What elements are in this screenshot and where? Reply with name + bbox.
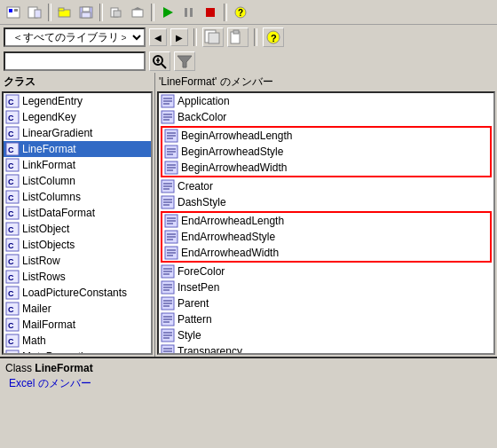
member-group-red2: EndArrowheadLength EndArrowheadStyle End… bbox=[161, 211, 492, 263]
members-panel: 'LineFormat' のメンバー Application BackColor… bbox=[155, 73, 497, 357]
status-member-line: Excel のメンバー bbox=[5, 376, 492, 391]
nav-forward-btn[interactable]: ▶ bbox=[170, 28, 188, 46]
svg-rect-92 bbox=[163, 183, 172, 185]
class-item[interactable]: C ListObjects bbox=[4, 237, 151, 253]
svg-rect-120 bbox=[163, 300, 172, 302]
toolbar-btn-pause[interactable] bbox=[179, 3, 199, 22]
member-item-label: BackColor bbox=[178, 111, 226, 123]
svg-rect-106 bbox=[167, 239, 173, 240]
class-item-label: ListObject bbox=[22, 223, 69, 235]
member-item[interactable]: Creator bbox=[159, 178, 493, 194]
copy-lib-btn[interactable] bbox=[202, 28, 224, 47]
nav-back-btn[interactable]: ◀ bbox=[149, 28, 167, 46]
filter-btn[interactable] bbox=[174, 51, 195, 71]
class-item[interactable]: C LineFormat bbox=[4, 141, 151, 157]
class-item[interactable]: C LinearGradient bbox=[4, 125, 151, 141]
class-item[interactable]: C ListColumns bbox=[4, 189, 151, 205]
members-list[interactable]: Application BackColor BeginArrowheadLeng… bbox=[157, 91, 495, 355]
class-item-icon: C bbox=[5, 238, 20, 252]
class-item[interactable]: C LoadPictureConstants bbox=[4, 285, 151, 301]
member-item[interactable]: BeginArrowheadStyle bbox=[162, 144, 490, 160]
class-item[interactable]: C ListRow bbox=[4, 253, 151, 269]
svg-rect-78 bbox=[163, 119, 170, 121]
svg-rect-88 bbox=[167, 164, 176, 166]
class-item-icon: C bbox=[5, 158, 20, 172]
toolbar-btn-5[interactable] bbox=[106, 3, 126, 22]
svg-text:C: C bbox=[8, 257, 14, 266]
class-item[interactable]: C LinkFormat bbox=[4, 157, 151, 173]
member-item-label: InsetPen bbox=[178, 281, 219, 294]
member-item[interactable]: DashStyle bbox=[159, 194, 493, 210]
svg-marker-13 bbox=[132, 7, 143, 10]
member-item[interactable]: InsetPen bbox=[159, 279, 493, 295]
member-item[interactable]: EndArrowheadStyle bbox=[162, 229, 490, 245]
svg-text:C: C bbox=[8, 161, 14, 170]
member-item-label: Transparency bbox=[178, 345, 242, 355]
library-select[interactable]: ＜すべてのライブラリ＞ bbox=[4, 28, 146, 47]
sep-4 bbox=[224, 4, 227, 21]
svg-rect-82 bbox=[167, 138, 173, 139]
class-item[interactable]: C LegendKey bbox=[4, 109, 151, 125]
member-item[interactable]: BeginArrowheadLength bbox=[162, 128, 490, 144]
member-item[interactable]: BackColor bbox=[159, 109, 493, 125]
svg-text:C: C bbox=[8, 209, 14, 218]
sep-1 bbox=[48, 4, 51, 21]
toolbar-btn-2[interactable] bbox=[25, 3, 44, 22]
toolbar-btn-run[interactable] bbox=[158, 3, 178, 22]
svg-rect-113 bbox=[163, 271, 172, 272]
members-panel-header: 'LineFormat' のメンバー bbox=[155, 73, 497, 91]
member-item[interactable]: Application bbox=[159, 93, 493, 109]
class-item[interactable]: C Math bbox=[4, 333, 151, 349]
paste-lib-btn[interactable] bbox=[227, 28, 248, 47]
toolbar-btn-open[interactable] bbox=[55, 3, 75, 22]
status-class-line: Class LineFormat bbox=[5, 362, 492, 374]
help-lib-btn[interactable]: ? bbox=[263, 28, 284, 47]
search-row bbox=[0, 50, 497, 73]
member-item-icon bbox=[161, 179, 175, 193]
member-item[interactable]: Pattern bbox=[159, 311, 493, 327]
class-item-icon: C bbox=[5, 270, 20, 284]
member-item[interactable]: EndArrowheadWidth bbox=[162, 245, 490, 261]
svg-rect-97 bbox=[163, 201, 172, 203]
toolbar-btn-stop[interactable] bbox=[201, 3, 220, 22]
svg-rect-108 bbox=[167, 249, 176, 251]
member-item[interactable]: ForeColor bbox=[159, 263, 493, 279]
class-item-label: Mailer bbox=[22, 303, 51, 315]
member-item[interactable]: BeginArrowheadWidth bbox=[162, 160, 490, 176]
svg-rect-12 bbox=[132, 10, 143, 17]
svg-rect-101 bbox=[167, 220, 176, 222]
svg-text:C: C bbox=[8, 114, 14, 122]
class-item[interactable]: C ListObject bbox=[4, 221, 151, 237]
member-item[interactable]: EndArrowheadLength bbox=[162, 213, 490, 229]
member-item-icon bbox=[164, 129, 178, 143]
sep-lib2 bbox=[254, 28, 257, 46]
class-item[interactable]: C ListColumn bbox=[4, 173, 151, 189]
member-item[interactable]: Style bbox=[159, 327, 493, 343]
svg-text:C: C bbox=[8, 225, 14, 234]
class-item-label: Math bbox=[22, 334, 46, 347]
class-item[interactable]: C ListRows bbox=[4, 269, 151, 285]
member-item[interactable]: Parent bbox=[159, 295, 493, 311]
class-item[interactable]: C ListDataFormat bbox=[4, 205, 151, 221]
class-item[interactable]: C MailFormat bbox=[4, 317, 151, 333]
toolbar-btn-1[interactable] bbox=[4, 3, 23, 22]
member-item[interactable]: Transparency bbox=[159, 343, 493, 355]
class-item[interactable]: C LegendEntry bbox=[4, 93, 151, 109]
svg-rect-105 bbox=[167, 236, 176, 238]
class-item[interactable]: C MetaProperties bbox=[4, 349, 151, 355]
toolbar-btn-6[interactable] bbox=[128, 3, 147, 22]
svg-text:C: C bbox=[8, 241, 14, 250]
class-item-label: LegendEntry bbox=[22, 95, 83, 107]
search-btn[interactable] bbox=[149, 51, 170, 71]
toolbar: ? bbox=[0, 0, 497, 25]
svg-rect-85 bbox=[167, 151, 176, 153]
svg-rect-109 bbox=[167, 252, 176, 254]
member-item-label: EndArrowheadStyle bbox=[181, 231, 275, 243]
search-input[interactable] bbox=[4, 51, 146, 71]
class-item[interactable]: C Mailer bbox=[4, 301, 151, 317]
toolbar-btn-save[interactable] bbox=[76, 3, 96, 22]
member-item-icon bbox=[161, 195, 175, 209]
member-item-label: BeginArrowheadLength bbox=[181, 130, 292, 142]
class-list[interactable]: C LegendEntry C LegendKey C LinearGradie… bbox=[2, 91, 153, 355]
toolbar-btn-help[interactable]: ? bbox=[231, 3, 250, 22]
